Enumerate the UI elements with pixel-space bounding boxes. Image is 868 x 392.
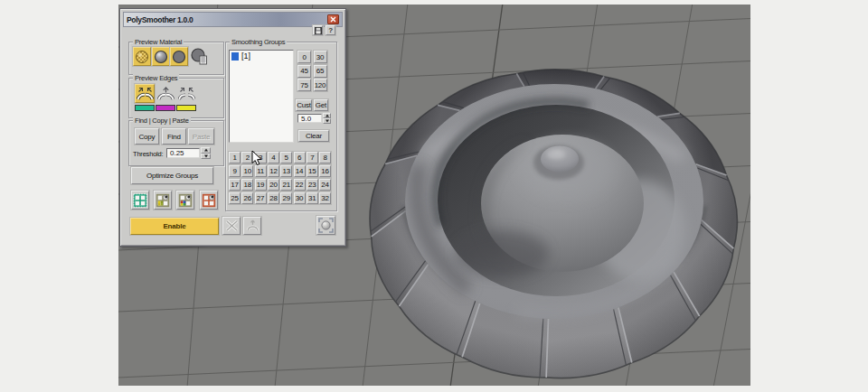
quick-angle-button-75[interactable]: 75 bbox=[297, 79, 311, 91]
group-preview-material-label: Preview Material bbox=[133, 38, 184, 46]
edges-concave-icon bbox=[178, 86, 195, 101]
clear-button[interactable]: Clear bbox=[298, 130, 329, 142]
sg-number-button-8[interactable]: 8 bbox=[319, 152, 331, 163]
split-edges-button-disabled[interactable] bbox=[222, 217, 241, 235]
copy-button[interactable]: Copy bbox=[135, 128, 159, 145]
sg-number-button-16[interactable]: 16 bbox=[319, 165, 331, 177]
sg-number-button-18[interactable]: 18 bbox=[241, 179, 253, 191]
smoothing-groups-list[interactable]: [1] bbox=[229, 50, 294, 143]
quick-angle-button-120[interactable]: 120 bbox=[314, 79, 327, 91]
edge-color-swatch-1 bbox=[135, 105, 155, 111]
quick-angle-button-0[interactable]: 0 bbox=[297, 51, 311, 63]
sg-number-button-27[interactable]: 27 bbox=[255, 192, 267, 204]
quick-angle-button-65[interactable]: 65 bbox=[314, 65, 327, 78]
help-icon[interactable]: ? bbox=[326, 25, 335, 35]
sg-number-button-20[interactable]: 20 bbox=[268, 179, 279, 191]
screen: PolySmoother 1.0.0 ? Preview Material bbox=[0, 0, 868, 392]
shaded-sphere-icon bbox=[154, 50, 168, 64]
sg-number-button-12[interactable]: 12 bbox=[268, 165, 279, 177]
sg-number-button-7[interactable]: 7 bbox=[307, 152, 318, 163]
angle-spin-down[interactable] bbox=[323, 118, 331, 124]
show-used-groups-icon bbox=[156, 193, 170, 208]
sg-number-button-6[interactable]: 6 bbox=[294, 152, 306, 163]
paste-button[interactable]: Paste bbox=[188, 128, 214, 145]
quick-angle-button-30[interactable]: 30 bbox=[314, 51, 327, 63]
clear-groups-button[interactable] bbox=[200, 191, 218, 210]
threshold-label: Threshold: bbox=[133, 150, 163, 158]
polysmoother-dialog: PolySmoother 1.0.0 ? Preview Material bbox=[119, 8, 346, 247]
select-sg-button[interactable] bbox=[316, 216, 335, 235]
threshold-spinner[interactable] bbox=[201, 147, 211, 159]
smoothing-group-list-item[interactable]: [1] bbox=[230, 51, 293, 61]
sg-number-button-13[interactable]: 13 bbox=[280, 165, 292, 177]
sg-number-button-4[interactable]: 4 bbox=[268, 152, 279, 163]
cust-button[interactable]: Cust bbox=[296, 99, 312, 111]
edge-color-swatch-2 bbox=[156, 105, 175, 111]
saucer-object bbox=[370, 70, 737, 378]
sg-number-button-26[interactable]: 26 bbox=[241, 192, 253, 204]
sg-number-button-32[interactable]: 32 bbox=[319, 192, 331, 204]
sg-number-button-1[interactable]: 1 bbox=[229, 152, 241, 163]
edges-convex-button[interactable] bbox=[156, 84, 175, 103]
sg-number-button-29[interactable]: 29 bbox=[280, 192, 292, 204]
show-used-groups-button[interactable] bbox=[154, 191, 172, 210]
show-unused-groups-icon bbox=[178, 193, 193, 208]
dialog-client: ? Preview Material bbox=[120, 9, 344, 244]
sg-number-button-15[interactable]: 15 bbox=[307, 165, 318, 177]
sg-number-button-17[interactable]: 17 bbox=[229, 179, 241, 191]
default-sphere-page-icon bbox=[191, 48, 208, 65]
checker-sphere-icon bbox=[135, 50, 149, 64]
save-icon[interactable] bbox=[313, 25, 323, 35]
split-edges-icon bbox=[225, 219, 239, 232]
show-all-groups-icon bbox=[133, 193, 147, 208]
edges-convex-icon bbox=[157, 86, 175, 101]
unify-edges-button-disabled[interactable] bbox=[243, 217, 261, 235]
sg-number-button-21[interactable]: 21 bbox=[280, 179, 292, 191]
group-find-copy-paste-label: Find | Copy | Paste bbox=[133, 117, 191, 125]
find-button[interactable]: Find bbox=[162, 128, 186, 145]
sg-number-button-22[interactable]: 22 bbox=[294, 179, 306, 191]
sg-number-button-28[interactable]: 28 bbox=[268, 192, 279, 204]
optimize-groups-button[interactable]: Optimize Groups bbox=[131, 167, 213, 184]
mouse-cursor bbox=[251, 150, 262, 167]
sg-number-button-19[interactable]: 19 bbox=[255, 179, 267, 191]
threshold-spin-down[interactable] bbox=[201, 154, 211, 160]
sg-number-button-9[interactable]: 9 bbox=[229, 165, 241, 177]
sg-number-button-5[interactable]: 5 bbox=[280, 152, 292, 163]
threshold-input[interactable]: 0.25 bbox=[166, 148, 200, 158]
show-unused-groups-button[interactable] bbox=[176, 191, 194, 210]
group-list-label: [1] bbox=[241, 51, 250, 61]
edges-concave-button[interactable] bbox=[176, 84, 196, 103]
material-default-button[interactable] bbox=[190, 47, 209, 66]
sg-number-button-24[interactable]: 24 bbox=[319, 179, 331, 191]
material-flat-button[interactable] bbox=[170, 47, 188, 66]
sg-number-button-14[interactable]: 14 bbox=[294, 165, 306, 177]
quick-angle-button-45[interactable]: 45 bbox=[297, 65, 311, 78]
clear-groups-icon bbox=[202, 193, 216, 208]
flat-sphere-icon bbox=[172, 50, 186, 64]
edge-color-swatch-3 bbox=[176, 105, 196, 111]
select-sphere-icon bbox=[318, 218, 334, 233]
group-smoothing-groups-label: Smoothing Groups bbox=[230, 38, 287, 46]
group-preview-edges-label: Preview Edges bbox=[133, 74, 179, 82]
material-shaded-button[interactable] bbox=[152, 47, 170, 66]
material-checker-button[interactable] bbox=[133, 47, 151, 66]
edges-all-icon bbox=[137, 86, 154, 101]
sg-number-button-30[interactable]: 30 bbox=[294, 192, 306, 204]
enable-button[interactable]: Enable bbox=[130, 218, 219, 235]
sg-number-button-31[interactable]: 31 bbox=[307, 192, 318, 204]
unify-edges-icon bbox=[246, 219, 259, 232]
angle-input[interactable]: 5.0 bbox=[297, 114, 322, 123]
sg-number-button-25[interactable]: 25 bbox=[229, 192, 241, 204]
group-color-swatch bbox=[231, 52, 239, 61]
angle-spinner[interactable] bbox=[323, 113, 331, 124]
sg-number-button-23[interactable]: 23 bbox=[307, 179, 318, 191]
edges-all-button[interactable] bbox=[135, 84, 155, 103]
show-all-groups-button[interactable] bbox=[131, 191, 149, 210]
get-button[interactable]: Get bbox=[314, 99, 328, 111]
